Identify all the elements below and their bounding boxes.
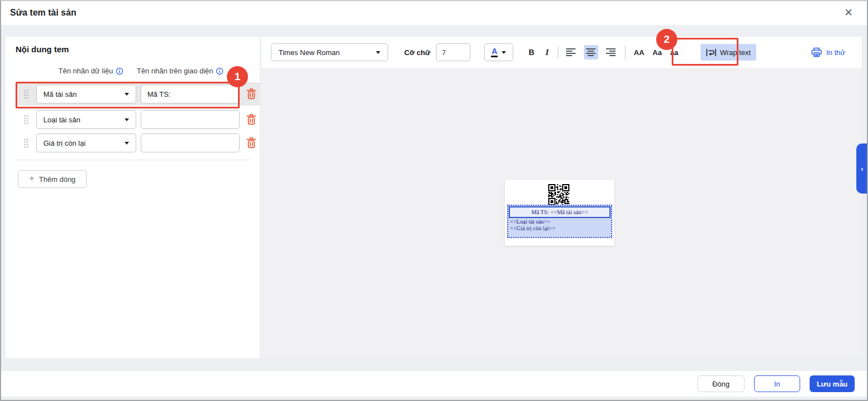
annotation-badge-step2: 2 — [656, 29, 677, 50]
add-row-label: Thêm dòng — [39, 175, 76, 184]
dialog-footer: Đóng In Lưu mẫu — [0, 371, 868, 397]
font-family-value: Times New Roman — [279, 48, 340, 57]
align-left-icon — [566, 48, 576, 56]
plus-icon: + — [29, 173, 34, 184]
print-test-label: In thử — [826, 48, 845, 57]
data-field-select[interactable]: Giá trị còn lại — [36, 133, 136, 152]
data-field-select[interactable]: Mã tài sản — [36, 85, 136, 103]
preview-line-3: <<Giá trị còn lại>> — [508, 225, 611, 232]
chevron-left-icon: ‹ — [861, 165, 863, 173]
print-button[interactable]: In — [754, 375, 800, 392]
chevron-down-icon — [125, 93, 129, 96]
chevron-down-icon — [376, 51, 380, 54]
preview-text-block[interactable]: Mã TS: <<Mã tài sản>> <<Loại tài sản>> <… — [507, 205, 612, 238]
format-toolbar: Times New Roman Cỡ chữ A B I — [261, 37, 862, 68]
panel-heading: Nội dung tem — [16, 44, 69, 54]
delete-row-icon[interactable] — [246, 88, 258, 100]
info-icon[interactable] — [116, 67, 123, 75]
column-header-ui-label: Tên nhãn trên giao diện — [137, 67, 224, 75]
label-content-panel: Nội dung tem Tên nhãn dữ liệu Tên nhãn t… — [6, 37, 260, 358]
ui-label-input[interactable] — [141, 110, 240, 129]
align-center-button[interactable] — [584, 45, 598, 60]
align-right-button[interactable] — [604, 45, 618, 60]
column-header-text: Tên nhãn dữ liệu — [58, 67, 113, 75]
divider — [558, 46, 558, 59]
column-header-data-label: Tên nhãn dữ liệu — [58, 67, 123, 75]
selected-field: Giá trị còn lại — [43, 139, 86, 147]
dialog-titlebar: Sửa tem tài sản ✕ — [0, 0, 868, 25]
chevron-down-icon — [125, 118, 129, 121]
align-center-icon — [586, 48, 596, 56]
column-header-text: Tên nhãn trên giao diện — [137, 67, 213, 75]
label-preview-card: Mã TS: <<Mã tài sản>> <<Loại tài sản>> <… — [505, 180, 614, 246]
save-template-button[interactable]: Lưu mẫu — [810, 375, 855, 392]
align-left-button[interactable] — [564, 45, 578, 60]
preview-line-1: Mã TS: <<Mã tài sản>> — [532, 209, 588, 215]
ui-label-input[interactable] — [141, 85, 240, 103]
font-color-button[interactable]: A — [484, 43, 513, 61]
preview-line-2: <<Loại tài sản>> — [508, 219, 611, 225]
selected-field: Mã tài sản — [43, 90, 77, 98]
capitalize-button[interactable]: Aa — [653, 48, 662, 57]
drag-handle-icon[interactable] — [23, 138, 29, 148]
design-canvas[interactable]: Mã TS: <<Mã tài sản>> <<Loại tài sản>> <… — [261, 68, 862, 358]
delete-row-icon[interactable] — [246, 137, 258, 149]
font-size-input[interactable] — [436, 43, 470, 61]
ui-label-input[interactable] — [141, 133, 240, 152]
data-field-select[interactable]: Loại tài sản — [36, 110, 136, 129]
print-test-link[interactable]: In thử — [811, 47, 845, 57]
italic-button[interactable]: I — [545, 48, 549, 57]
qr-code — [548, 184, 569, 205]
label-designer-panel: Times New Roman Cỡ chữ A B I — [261, 37, 862, 358]
table-row: Giá trị còn lại — [17, 131, 260, 155]
table-row: Loại tài sản — [17, 108, 260, 131]
printer-icon — [811, 47, 822, 57]
close-icon[interactable]: ✕ — [841, 6, 856, 20]
add-row-button[interactable]: + Thêm dòng — [18, 170, 87, 188]
dialog-title: Sửa tem tài sản — [10, 0, 76, 25]
delete-row-icon[interactable] — [246, 113, 258, 126]
chevron-down-icon — [125, 142, 129, 145]
chevron-down-icon — [502, 51, 506, 54]
table-row: Mã tài sản — [17, 82, 260, 106]
font-size-label: Cỡ chữ — [404, 48, 430, 57]
font-family-select[interactable]: Times New Roman — [271, 43, 388, 61]
close-button[interactable]: Đóng — [697, 375, 745, 392]
bold-button[interactable]: B — [529, 48, 534, 57]
info-icon[interactable] — [216, 67, 224, 75]
font-color-icon: A — [491, 47, 498, 57]
lowercase-button[interactable]: aa — [670, 48, 678, 57]
wrap-text-icon — [706, 48, 716, 57]
drag-handle-icon[interactable] — [23, 89, 29, 100]
wrap-text-button[interactable]: Wrap text — [701, 44, 756, 61]
preview-selected-line[interactable]: Mã TS: <<Mã tài sản>> — [509, 206, 611, 218]
uppercase-button[interactable]: AA — [634, 48, 644, 57]
divider — [625, 46, 626, 59]
drag-handle-icon[interactable] — [23, 115, 29, 125]
annotation-badge-step1: 1 — [227, 66, 248, 87]
align-right-icon — [606, 48, 616, 56]
wrap-text-label: Wrap text — [720, 48, 751, 57]
selected-field: Loại tài sản — [43, 116, 81, 124]
divider — [16, 160, 250, 160]
collapse-panel-tab[interactable]: ‹ — [856, 143, 868, 194]
